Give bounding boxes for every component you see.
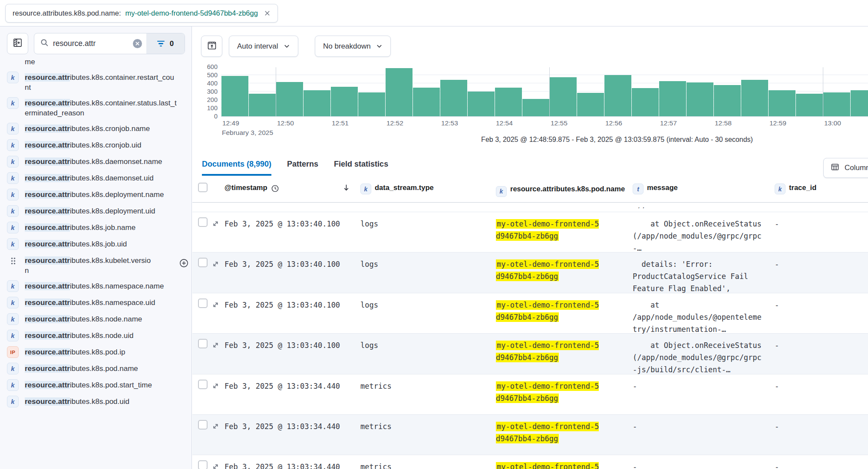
tab-documents[interactable]: Documents (8,990) <box>202 160 271 176</box>
message-cell: details: 'Error: ProductCatalogService F… <box>633 258 768 295</box>
histogram-bar[interactable] <box>249 94 276 116</box>
row-checkbox-cell <box>198 339 208 348</box>
histogram-bar[interactable] <box>358 92 385 116</box>
histogram-bar[interactable] <box>714 85 741 116</box>
axis-date-label: February 3, 2025 <box>222 129 273 137</box>
field-list-item[interactable]: kresource.attributes.k8s.daemonset.name <box>7 157 189 167</box>
highlighted-pod-name: my-otel-demo-frontend-5d9467bb4-zb6gg <box>496 341 599 362</box>
field-list-item[interactable]: kresource.attributes.k8s.cronjob.uid <box>7 140 189 151</box>
field-list-item[interactable]: kresource.attributes.k8s.container.statu… <box>7 98 189 118</box>
field-list-item[interactable]: kresource.attributes.k8s.deployment.name <box>7 190 189 200</box>
field-search-input[interactable]: resource.attr <box>34 33 146 54</box>
histogram-bar[interactable] <box>331 87 358 116</box>
field-list-item[interactable]: kresource.attributes.k8s.container.resta… <box>7 72 189 92</box>
field-filter-toggle[interactable]: 0 <box>146 33 185 54</box>
histogram-bar[interactable] <box>851 90 868 116</box>
interval-dropdown[interactable]: Auto interval <box>229 36 298 57</box>
message-cell: - <box>633 380 768 392</box>
field-list-item[interactable]: kresource.attributes.k8s.node.uid <box>7 331 189 341</box>
row-checkbox[interactable] <box>198 339 208 348</box>
histogram-bar[interactable] <box>632 88 659 116</box>
histogram-bar[interactable] <box>604 75 631 116</box>
row-checkbox[interactable] <box>198 420 208 430</box>
field-list-item[interactable]: kresource.attributes.k8s.namespace.uid <box>7 298 189 308</box>
field-list-item[interactable]: kresource.attributes.k8s.node.name <box>7 314 189 325</box>
tab-field-statistics[interactable]: Field statistics <box>334 160 388 176</box>
remove-filter-icon[interactable] <box>264 10 271 16</box>
header-trace_id[interactable]: ktrace_id <box>775 184 816 194</box>
chart-options-button[interactable] <box>201 36 222 57</box>
table-row: Feb 3, 2025 @ 13:03:40.100logsmy-otel-de… <box>192 253 868 293</box>
select-all-checkbox[interactable] <box>198 183 208 192</box>
histogram-bar[interactable] <box>796 94 823 116</box>
histogram-bar[interactable] <box>741 80 768 116</box>
field-name-match: resource.attr <box>25 331 70 340</box>
field-list-item[interactable]: IPresource.attributes.k8s.pod.ip <box>7 347 189 358</box>
field-list-item[interactable]: kresource.attributes.k8s.cronjob.name <box>7 124 189 134</box>
expand-document-icon[interactable] <box>212 340 219 352</box>
row-checkbox[interactable] <box>198 460 208 469</box>
pod-name-cell: my-otel-demo-frontend-5d9467bb4-zb6gg <box>496 380 599 404</box>
field-list-item[interactable]: kresource.attributes.k8s.pod.name <box>7 364 189 374</box>
header-message[interactable]: tmessage <box>633 184 678 194</box>
table-row: Feb 3, 2025 @ 13:03:40.100logsmy-otel-de… <box>192 212 868 253</box>
collapse-sidebar-button[interactable] <box>7 33 28 54</box>
filter-field: resource.attributes.k8s.pod.name: <box>13 9 121 17</box>
histogram-bar[interactable] <box>550 77 577 116</box>
highlighted-pod-name: my-otel-demo-frontend-5d9467bb4-zb6gg <box>496 259 599 281</box>
histogram-bar[interactable] <box>823 92 850 116</box>
keyword-field-token: k <box>7 139 19 151</box>
histogram-bar[interactable] <box>440 80 467 116</box>
row-checkbox[interactable] <box>198 380 208 389</box>
tab-patterns[interactable]: Patterns <box>287 160 318 176</box>
histogram-bar[interactable] <box>413 88 440 116</box>
histogram-bar[interactable] <box>221 76 248 116</box>
y-axis-tick-label: 200 <box>192 96 218 103</box>
expand-document-icon[interactable] <box>212 462 219 469</box>
field-search: resource.attr 0 <box>34 33 185 54</box>
header-data_stream_type[interactable]: kdata_stream.type <box>360 184 434 194</box>
field-list-item[interactable]: resource.attributes.k8s.kubelet.version <box>7 256 189 275</box>
field-list-item[interactable]: kresource.attributes.k8s.namespace.name <box>7 281 189 292</box>
header-timestamp[interactable]: @timestamp <box>224 184 279 193</box>
histogram-bar[interactable] <box>686 82 713 116</box>
field-name: resource.attributes.k8s.node.uid <box>25 331 178 341</box>
expand-document-icon[interactable] <box>212 300 219 312</box>
field-list-item[interactable]: kresource.attributes.k8s.pod.uid <box>7 397 189 407</box>
row-checkbox[interactable] <box>198 298 208 308</box>
add-field-button[interactable] <box>179 258 189 270</box>
field-list-item[interactable]: kresource.attributes.k8s.daemonset.uid <box>7 173 189 184</box>
clear-search-icon[interactable] <box>133 39 142 48</box>
breakdown-dropdown[interactable]: No breakdown <box>315 36 391 57</box>
histogram-bar[interactable] <box>386 68 413 116</box>
row-checkbox[interactable] <box>198 217 208 227</box>
field-list-item[interactable]: kresource.attributes.k8s.job.uid <box>7 239 189 250</box>
histogram-bar[interactable] <box>276 82 303 116</box>
field-list-item[interactable]: kresource.attributes.k8s.deployment.uid <box>7 206 189 217</box>
histogram-bar[interactable] <box>304 90 330 116</box>
keyword-field-token: k <box>775 184 785 194</box>
filter-pill[interactable]: resource.attributes.k8s.pod.name: my-ote… <box>5 4 278 23</box>
field-name-match: resource.attr <box>25 157 70 166</box>
columns-button[interactable]: Columns <box>823 158 868 178</box>
expand-document-icon[interactable] <box>212 219 219 231</box>
histogram-bar[interactable] <box>769 90 795 116</box>
field-list-item[interactable]: kresource.attributes.k8s.pod.start_time <box>7 380 189 391</box>
expand-document-icon[interactable] <box>212 421 219 433</box>
row-checkbox[interactable] <box>198 258 208 267</box>
columns-label: Columns <box>845 164 868 172</box>
sort-descending-icon[interactable] <box>342 184 350 192</box>
header-pod_name[interactable]: kresource.attributes.k8s.pod.name <box>496 184 626 197</box>
histogram-bar[interactable] <box>495 88 522 116</box>
histogram-bar[interactable] <box>577 93 604 116</box>
expand-document-icon[interactable] <box>212 381 219 393</box>
ip-field-token: IP <box>7 346 19 358</box>
expand-document-icon[interactable] <box>212 259 219 271</box>
field-list-item[interactable]: kresource.attributes.k8s.job.name <box>7 223 189 233</box>
histogram-bar[interactable] <box>468 92 495 116</box>
field-name-match: resource.attr <box>25 397 70 406</box>
keyword-field-token: k <box>7 297 19 308</box>
drag-handle-icon[interactable] <box>10 257 18 267</box>
histogram-bar[interactable] <box>522 99 549 116</box>
histogram-bar[interactable] <box>659 81 686 116</box>
